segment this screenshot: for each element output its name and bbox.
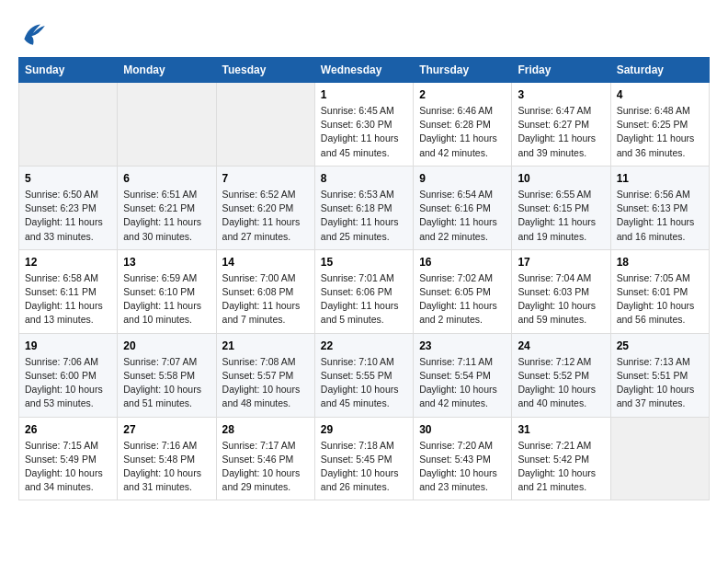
- day-number: 23: [419, 339, 506, 352]
- week-row-5: 26 Sunrise: 7:15 AMSunset: 5:49 PMDaylig…: [19, 417, 710, 500]
- day-number: 29: [321, 423, 407, 436]
- day-number: 24: [518, 339, 604, 352]
- day-number: 6: [123, 172, 210, 185]
- day-cell: 28 Sunrise: 7:17 AMSunset: 5:46 PMDaylig…: [216, 417, 314, 500]
- day-info: Sunrise: 6:52 AMSunset: 6:20 PMDaylight:…: [222, 188, 309, 244]
- day-number: 16: [419, 256, 506, 269]
- day-number: 28: [222, 423, 309, 436]
- day-number: 15: [321, 256, 407, 269]
- day-info: Sunrise: 7:20 AMSunset: 5:43 PMDaylight:…: [419, 439, 506, 495]
- day-number: 27: [123, 423, 210, 436]
- day-info: Sunrise: 6:47 AMSunset: 6:27 PMDaylight:…: [518, 104, 604, 160]
- day-cell: 1 Sunrise: 6:45 AMSunset: 6:30 PMDayligh…: [314, 83, 413, 167]
- header-row: SundayMondayTuesdayWednesdayThursdayFrid…: [19, 58, 710, 83]
- day-cell: 22 Sunrise: 7:10 AMSunset: 5:55 PMDaylig…: [314, 333, 413, 417]
- day-info: Sunrise: 7:07 AMSunset: 5:58 PMDaylight:…: [123, 355, 210, 411]
- day-info: Sunrise: 6:48 AMSunset: 6:25 PMDaylight:…: [617, 104, 703, 160]
- day-cell: 29 Sunrise: 7:18 AMSunset: 5:45 PMDaylig…: [314, 417, 413, 500]
- day-number: 25: [617, 339, 703, 352]
- day-number: 22: [321, 339, 407, 352]
- day-cell: 6 Sunrise: 6:51 AMSunset: 6:21 PMDayligh…: [118, 166, 216, 249]
- week-row-3: 12 Sunrise: 6:58 AMSunset: 6:11 PMDaylig…: [19, 249, 710, 333]
- day-cell: 3 Sunrise: 6:47 AMSunset: 6:27 PMDayligh…: [512, 83, 610, 167]
- logo-icon: [18, 18, 48, 48]
- day-cell: 4 Sunrise: 6:48 AMSunset: 6:25 PMDayligh…: [610, 83, 709, 167]
- logo: [18, 18, 53, 48]
- week-row-2: 5 Sunrise: 6:50 AMSunset: 6:23 PMDayligh…: [19, 166, 710, 249]
- day-cell: [19, 83, 118, 167]
- day-number: 1: [321, 88, 407, 101]
- header-wednesday: Wednesday: [314, 58, 413, 83]
- day-info: Sunrise: 7:06 AMSunset: 6:00 PMDaylight:…: [25, 355, 111, 411]
- day-info: Sunrise: 7:10 AMSunset: 5:55 PMDaylight:…: [321, 355, 407, 411]
- day-number: 9: [419, 172, 506, 185]
- day-number: 4: [617, 88, 703, 101]
- day-info: Sunrise: 6:58 AMSunset: 6:11 PMDaylight:…: [25, 271, 111, 327]
- day-cell: 25 Sunrise: 7:13 AMSunset: 5:51 PMDaylig…: [610, 333, 709, 417]
- day-cell: 7 Sunrise: 6:52 AMSunset: 6:20 PMDayligh…: [216, 166, 314, 249]
- day-number: 5: [25, 172, 111, 185]
- day-info: Sunrise: 7:04 AMSunset: 6:03 PMDaylight:…: [518, 271, 604, 327]
- day-info: Sunrise: 7:01 AMSunset: 6:06 PMDaylight:…: [321, 271, 407, 327]
- day-cell: 14 Sunrise: 7:00 AMSunset: 6:08 PMDaylig…: [216, 249, 314, 333]
- day-cell: 20 Sunrise: 7:07 AMSunset: 5:58 PMDaylig…: [118, 333, 216, 417]
- day-number: 26: [25, 423, 111, 436]
- day-info: Sunrise: 6:59 AMSunset: 6:10 PMDaylight:…: [123, 271, 210, 327]
- day-number: 12: [25, 256, 111, 269]
- day-info: Sunrise: 6:50 AMSunset: 6:23 PMDaylight:…: [25, 188, 111, 244]
- day-info: Sunrise: 6:56 AMSunset: 6:13 PMDaylight:…: [617, 188, 703, 244]
- day-info: Sunrise: 7:15 AMSunset: 5:49 PMDaylight:…: [25, 439, 111, 495]
- day-info: Sunrise: 7:08 AMSunset: 5:57 PMDaylight:…: [222, 355, 309, 411]
- day-number: 7: [222, 172, 309, 185]
- day-number: 8: [321, 172, 407, 185]
- day-cell: 30 Sunrise: 7:20 AMSunset: 5:43 PMDaylig…: [414, 417, 512, 500]
- day-cell: [610, 417, 709, 500]
- day-number: 17: [518, 256, 604, 269]
- day-info: Sunrise: 7:16 AMSunset: 5:48 PMDaylight:…: [123, 439, 210, 495]
- day-cell: 18 Sunrise: 7:05 AMSunset: 6:01 PMDaylig…: [610, 249, 709, 333]
- day-number: 30: [419, 423, 506, 436]
- day-info: Sunrise: 6:53 AMSunset: 6:18 PMDaylight:…: [321, 188, 407, 244]
- day-info: Sunrise: 7:11 AMSunset: 5:54 PMDaylight:…: [419, 355, 506, 411]
- day-cell: 19 Sunrise: 7:06 AMSunset: 6:00 PMDaylig…: [19, 333, 118, 417]
- week-row-4: 19 Sunrise: 7:06 AMSunset: 6:00 PMDaylig…: [19, 333, 710, 417]
- day-cell: [118, 83, 216, 167]
- day-number: 21: [222, 339, 309, 352]
- header-tuesday: Tuesday: [216, 58, 314, 83]
- day-cell: [216, 83, 314, 167]
- day-info: Sunrise: 7:05 AMSunset: 6:01 PMDaylight:…: [617, 271, 703, 327]
- day-cell: 8 Sunrise: 6:53 AMSunset: 6:18 PMDayligh…: [314, 166, 413, 249]
- week-row-1: 1 Sunrise: 6:45 AMSunset: 6:30 PMDayligh…: [19, 83, 710, 167]
- day-cell: 9 Sunrise: 6:54 AMSunset: 6:16 PMDayligh…: [414, 166, 512, 249]
- header-sunday: Sunday: [19, 58, 118, 83]
- day-number: 31: [518, 423, 604, 436]
- day-info: Sunrise: 7:13 AMSunset: 5:51 PMDaylight:…: [617, 355, 703, 411]
- day-number: 10: [518, 172, 604, 185]
- day-info: Sunrise: 6:45 AMSunset: 6:30 PMDaylight:…: [321, 104, 407, 160]
- day-cell: 31 Sunrise: 7:21 AMSunset: 5:42 PMDaylig…: [512, 417, 610, 500]
- day-number: 18: [617, 256, 703, 269]
- day-cell: 5 Sunrise: 6:50 AMSunset: 6:23 PMDayligh…: [19, 166, 118, 249]
- day-cell: 27 Sunrise: 7:16 AMSunset: 5:48 PMDaylig…: [118, 417, 216, 500]
- day-number: 13: [123, 256, 210, 269]
- day-number: 14: [222, 256, 309, 269]
- day-info: Sunrise: 6:55 AMSunset: 6:15 PMDaylight:…: [518, 188, 604, 244]
- header-thursday: Thursday: [414, 58, 512, 83]
- day-number: 2: [419, 88, 506, 101]
- day-cell: 24 Sunrise: 7:12 AMSunset: 5:52 PMDaylig…: [512, 333, 610, 417]
- day-cell: 2 Sunrise: 6:46 AMSunset: 6:28 PMDayligh…: [414, 83, 512, 167]
- day-number: 3: [518, 88, 604, 101]
- day-cell: 26 Sunrise: 7:15 AMSunset: 5:49 PMDaylig…: [19, 417, 118, 500]
- day-cell: 17 Sunrise: 7:04 AMSunset: 6:03 PMDaylig…: [512, 249, 610, 333]
- day-number: 19: [25, 339, 111, 352]
- calendar-body: 1 Sunrise: 6:45 AMSunset: 6:30 PMDayligh…: [19, 83, 710, 500]
- day-cell: 23 Sunrise: 7:11 AMSunset: 5:54 PMDaylig…: [414, 333, 512, 417]
- day-info: Sunrise: 7:18 AMSunset: 5:45 PMDaylight:…: [321, 439, 407, 495]
- day-info: Sunrise: 6:54 AMSunset: 6:16 PMDaylight:…: [419, 188, 506, 244]
- day-info: Sunrise: 7:02 AMSunset: 6:05 PMDaylight:…: [419, 271, 506, 327]
- header-friday: Friday: [512, 58, 610, 83]
- day-info: Sunrise: 7:00 AMSunset: 6:08 PMDaylight:…: [222, 271, 309, 327]
- day-number: 20: [123, 339, 210, 352]
- day-info: Sunrise: 6:51 AMSunset: 6:21 PMDaylight:…: [123, 188, 210, 244]
- day-info: Sunrise: 7:17 AMSunset: 5:46 PMDaylight:…: [222, 439, 309, 495]
